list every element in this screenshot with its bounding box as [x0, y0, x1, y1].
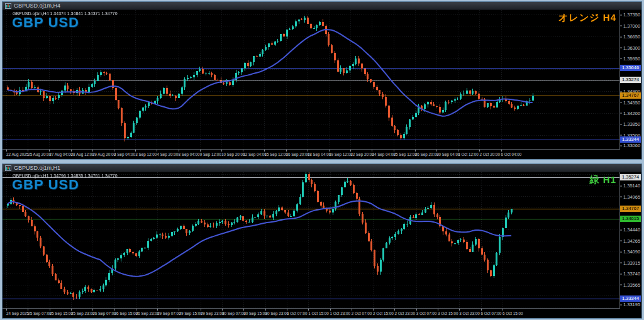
time-tick-label: 1 Oct 15:00: [308, 311, 329, 316]
price-tick-label: 1.34265: [623, 238, 640, 243]
price-tick-label: 1.33060: [623, 143, 640, 148]
time-tick-label: 18 Sep 04:00: [308, 152, 331, 157]
time-tick-label: 3 Oct 15:00: [438, 311, 458, 316]
time-tick-label: 25 Sep 12:00: [394, 152, 417, 157]
h1-plot: [3, 172, 620, 309]
price-tick-label: 1.33850: [623, 121, 640, 127]
price-tick-label: 1.36300: [623, 45, 640, 50]
time-tick-label: 26 Sep 20:00: [415, 152, 438, 157]
price-tick-label: 1.33195: [623, 302, 640, 307]
h4-annotation-label: オレンジ H4: [558, 12, 616, 24]
time-tick-label: 3 Oct 07:00: [416, 311, 437, 316]
price-tick-label: 1.34550: [623, 99, 640, 105]
time-tick-label: 2 Oct 07:00: [352, 311, 372, 316]
time-tick-label: 3 Sep 12:00: [135, 152, 157, 157]
price-marker-box: 1.34615: [620, 216, 641, 222]
price-tick-label: 1.34200: [623, 110, 640, 116]
time-tick-label: 25 Sep 07:00: [28, 311, 51, 316]
h4-titlebar[interactable]: GBPUSD.oj1m,H4: [3, 2, 641, 10]
h1-time-axis[interactable]: 24 Sep 202525 Sep 07:0025 Sep 15:0025 Se…: [3, 309, 620, 318]
time-tick-label: 6 Oct 07:00: [481, 311, 502, 316]
window-splitter[interactable]: [0, 158, 644, 163]
time-tick-label: 16 Sep 20:00: [286, 152, 309, 157]
time-tick-label: 2 Oct 15:00: [373, 311, 394, 316]
time-tick-label: 25 Aug 20:00: [28, 152, 51, 157]
price-tick-label: 1.33915: [623, 260, 640, 265]
time-tick-label: 25 Sep 23:00: [71, 311, 94, 316]
price-tick-label: 1.37350: [623, 12, 640, 18]
price-marker-box: 1.33344: [620, 136, 641, 143]
time-tick-label: 22 Sep 20:00: [350, 152, 374, 157]
h4-window-title: GBPUSD.oj1m,H4: [14, 2, 60, 10]
price-tick-label: 1.37000: [623, 23, 640, 28]
price-tick-label: 1.35950: [623, 55, 640, 61]
price-marker-box: 1.34767: [620, 206, 641, 212]
time-tick-label: 29 Aug 20:00: [92, 152, 116, 157]
price-marker-box: 1.35646: [620, 65, 641, 71]
chart-window-icon: [5, 3, 11, 9]
time-tick-label: 10 Sep 20:00: [221, 152, 245, 157]
chart-window-icon: [5, 165, 11, 171]
price-tick-label: 1.34090: [623, 249, 640, 255]
time-tick-label: 26 Sep 23:00: [136, 311, 159, 316]
h4-chart-area: GBPUSD.oj1m,H4 1.34374 1.34841 1.34371 1…: [3, 10, 641, 159]
time-tick-label: 30 Sep 15:00: [243, 311, 267, 316]
time-tick-label: 28 Aug 12:00: [71, 152, 94, 157]
time-tick-label: 30 Sep 04:00: [436, 152, 460, 157]
h4-price-axis[interactable]: 1.373501.370001.366501.363001.359501.349…: [620, 10, 641, 150]
time-tick-label: 25 Sep 15:00: [50, 311, 73, 316]
time-tick-label: 4 Sep 20:00: [157, 152, 178, 157]
h1-annotation-label: 緑 H1: [590, 174, 616, 186]
time-tick-label: 2 Oct 20:00: [479, 152, 500, 157]
time-tick-label: 24 Sep 04:00: [372, 152, 395, 157]
time-tick-label: 12 Sep 04:00: [243, 152, 266, 157]
time-tick-label: 29 Sep 23:00: [201, 311, 224, 316]
h1-chart-canvas[interactable]: [3, 172, 619, 308]
time-tick-label: 26 Sep 15:00: [114, 311, 138, 316]
price-tick-label: 1.34440: [623, 227, 640, 233]
price-marker-box: 1.35274: [620, 77, 641, 83]
time-tick-label: 30 Sep 07:00: [222, 311, 245, 316]
time-tick-label: 26 Sep 07:00: [92, 311, 116, 316]
time-tick-label: 29 Sep 15:00: [179, 311, 202, 316]
time-tick-label: 8 Sep 04:00: [179, 152, 200, 157]
h1-chart-area: GBPUSD.oj1m,H1 1.34796 1.34835 1.34761 1…: [3, 172, 641, 318]
h1-window-title: GBPUSD.oj1m,H1: [14, 164, 60, 172]
time-tick-label: 15 Sep 12:00: [264, 152, 287, 157]
chart-window-h4: GBPUSD.oj1m,H4 GBPUSD.oj1m,H4 1.34374 1.…: [2, 1, 642, 160]
price-marker-box: 1.35274: [620, 174, 641, 180]
time-tick-label: 27 Aug 04:00: [49, 152, 72, 157]
price-tick-label: 1.36650: [623, 34, 640, 40]
time-tick-label: 1 Oct 23:00: [330, 311, 351, 316]
h1-ohlc-info-line: GBPUSD.oj1m,H1 1.34796 1.34835 1.34761 1…: [13, 174, 118, 178]
time-tick-label: 6 Oct 04:00: [501, 152, 522, 157]
price-tick-label: 1.35140: [623, 183, 640, 189]
price-tick-label: 1.33565: [623, 282, 640, 287]
time-tick-label: 2 Sep 04:00: [114, 152, 135, 157]
time-tick-label: 3 Oct 23:00: [459, 311, 480, 316]
time-tick-label: 1 Oct 07:00: [287, 311, 308, 316]
price-marker-box: 1.34767: [620, 92, 641, 99]
time-tick-label: 22 Aug 2025: [6, 152, 28, 157]
h1-price-axis[interactable]: 1.353151.351401.349651.344401.342651.340…: [620, 172, 641, 309]
h4-chart-canvas[interactable]: [3, 10, 619, 149]
h4-ohlc-info-line: GBPUSD.oj1m,H4 1.34374 1.34841 1.34371 1…: [13, 11, 118, 16]
price-tick-label: 1.34965: [623, 194, 640, 199]
time-tick-label: 1 Oct 12:00: [458, 152, 479, 157]
h1-titlebar[interactable]: GBPUSD.oj1m,H1: [3, 164, 641, 172]
chart-window-h1: GBPUSD.oj1m,H1 GBPUSD.oj1m,H1 1.34796 1.…: [2, 163, 642, 319]
price-marker-box: 1.33344: [620, 295, 641, 302]
h4-plot: [3, 10, 620, 150]
time-tick-label: 30 Sep 23:00: [265, 311, 289, 316]
time-tick-label: 29 Sep 07:00: [157, 311, 180, 316]
price-tick-label: 1.33740: [623, 271, 640, 277]
time-tick-label: 6 Oct 15:00: [502, 311, 523, 316]
h4-time-axis[interactable]: 22 Aug 202525 Aug 20:0027 Aug 04:0028 Au…: [3, 150, 620, 159]
time-tick-label: 24 Sep 2025: [6, 311, 29, 316]
time-tick-label: 19 Sep 12:00: [329, 152, 352, 157]
time-tick-label: 2 Oct 23:00: [394, 311, 415, 316]
time-tick-label: 9 Sep 12:00: [200, 152, 221, 157]
